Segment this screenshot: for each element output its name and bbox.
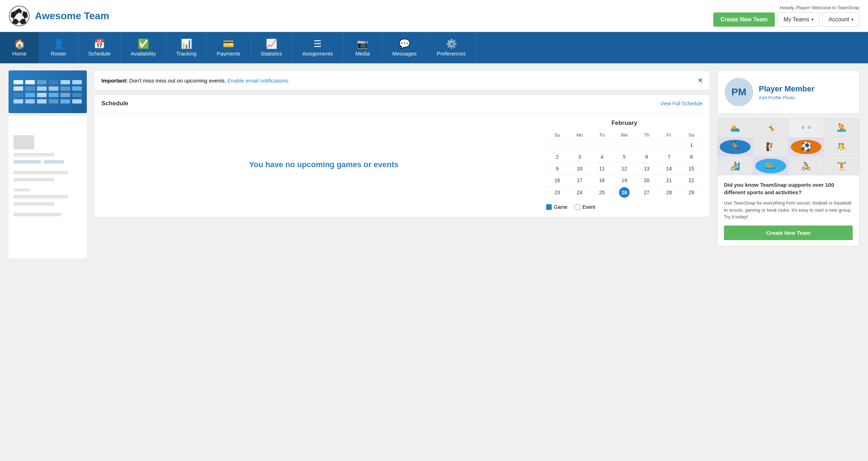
create-new-team-bottom-button[interactable]: Create New Team [724,226,853,240]
cal-day-14: 14 [658,163,680,175]
cal-day-20: 20 [635,175,658,186]
cal-day-empty [658,139,680,151]
header-buttons: Create New Team My Teams Account [713,12,859,27]
nav-item-messages[interactable]: 💬 Messages [382,32,427,63]
cal-header-mo: Mo [568,131,591,139]
center-content: Important: Don't miss miss out on upcomi… [94,70,710,258]
account-button[interactable]: Account [822,12,859,27]
nav-item-media[interactable]: 📷 Media [343,32,382,63]
cal-day-28: 28 [658,186,680,199]
create-new-team-button[interactable]: Create New Team [713,12,774,27]
sport-cell-3: ⚬⚬ [789,118,824,137]
sidebar [9,70,87,258]
sports-banner: 🏊 🤸 ⚬⚬ 🤽 🏃 🧗 ⚽ 🤼 🏄 🏊 🚴 🏋 [718,118,859,175]
cal-day-18: 18 [591,175,613,186]
sport-cell-circle-orange: ⚽ [791,140,822,154]
sidebar-line-5 [14,189,31,191]
sport-cell-2: 🤸 [753,118,788,137]
profile-info: Player Member Add Profile Photo [759,84,815,100]
profile-card: PM Player Member Add Profile Photo [717,70,859,114]
cal-day-3: 3 [568,151,591,163]
sports-description: Use TeamSnap for everything from soccer,… [724,200,853,221]
sidebar-line-2 [14,153,54,157]
cal-day-empty [546,139,568,151]
sport-cell-7: 🏄 [718,157,753,175]
schedule-card: Schedule View Full Schedule You have no … [94,95,710,217]
cal-week-4: 16 17 18 19 20 21 22 [546,175,703,186]
team-name: Awesome Team [35,10,109,22]
roster-icon: 👤 [53,39,64,48]
nav-label-payments: Payments [217,51,240,57]
cal-header-th: Th [635,131,658,139]
media-icon: 📷 [357,39,368,48]
header-right: Howdy, Player! Welcome to TeamSnap Creat… [713,5,859,27]
cal-day-27: 27 [635,186,658,199]
my-teams-button[interactable]: My Teams [778,12,820,27]
cal-day-26-today: 26 [613,186,636,199]
sport-cell-6: 🤼 [824,138,859,157]
nav-item-statistics[interactable]: 📈 Statistics [251,32,292,63]
cal-day-7: 7 [658,151,680,163]
cal-day-empty [591,139,613,151]
sports-promo-card: 🏊 🤸 ⚬⚬ 🤽 🏃 🧗 ⚽ 🤼 🏄 🏊 🚴 🏋 Did you know Te… [717,118,859,246]
profile-name: Player Member [759,84,815,94]
nav-item-schedule[interactable]: 📅 Schedule [78,32,121,63]
right-sidebar: PM Player Member Add Profile Photo 🏊 🤸 ⚬… [717,70,859,258]
schedule-body: You have no upcoming games or events Feb… [94,112,710,217]
avatar: PM [725,78,753,106]
nav-item-preferences[interactable]: ⚙️ Preferences [427,32,476,63]
cal-header-we: We [613,131,636,139]
nav-item-assignments[interactable]: ☰ Assignments [292,32,343,63]
sport-cell-circle-blue: 🏃 [720,140,751,154]
main-content: Important: Don't miss miss out on upcomi… [0,63,868,265]
nav-item-roster[interactable]: 👤 Roster [39,32,78,63]
nav-label-availability: Availability [131,51,156,57]
cal-day-empty [568,139,591,151]
howdy-text: Howdy, Player! Welcome to TeamSnap [780,5,859,10]
no-events-message: You have no upcoming games or events [101,120,546,210]
cal-day-19: 19 [613,175,636,186]
cal-day-1: 1 [680,139,703,151]
sport-cell-circle-blue2: 🏊 [755,159,786,173]
today-highlight: 26 [619,187,630,198]
cal-day-2: 2 [546,151,568,163]
sport-cell-1: 🏊 [718,118,753,137]
cal-week-2: 2 3 4 5 6 7 8 [546,151,703,163]
schedule-icon: 📅 [94,39,105,48]
cal-day-23: 23 [546,186,568,199]
cal-day-8: 8 [680,151,703,163]
cal-day-5: 5 [613,151,636,163]
nav-label-messages: Messages [392,51,417,57]
messages-icon: 💬 [399,39,410,48]
add-profile-photo-link[interactable]: Add Profile Photo [759,95,815,100]
nav-item-tracking[interactable]: 📊 Tracking [166,32,207,63]
legend-event-label: Event [582,204,595,210]
cal-week-5: 23 24 25 26 27 28 29 [546,186,703,199]
sports-content: Did you know TeamSnap supports over 100 … [718,175,859,246]
nav-label-schedule: Schedule [88,51,111,57]
logo-icon [9,5,30,27]
assignments-icon: ☰ [313,39,322,48]
nav-item-availability[interactable]: ✅ Availability [121,32,166,63]
alert-text: Important: Don't miss miss out on upcomi… [101,78,290,84]
cal-day-29: 29 [680,186,703,199]
legend-game-box [546,204,552,210]
sport-cell-8: 🚴 [789,157,824,175]
nav-item-home[interactable]: 🏠 Home [0,32,39,63]
cal-day-empty [613,139,636,151]
calendar-month: February [546,120,703,127]
sports-tagline: Did you know TeamSnap supports over 100 … [724,181,853,196]
preferences-icon: ⚙️ [446,39,457,48]
cal-header-fr: Fr [658,131,680,139]
cal-day-4: 4 [591,151,613,163]
legend-event: Event [575,204,595,210]
cal-day-16: 16 [546,175,568,186]
view-full-schedule-link[interactable]: View Full Schedule [660,101,703,106]
close-alert-button[interactable]: × [698,76,703,84]
alert-message: Don't miss miss out on upcoming events. [129,78,227,84]
cal-day-22: 22 [680,175,703,186]
cal-day-24: 24 [568,186,591,199]
enable-notifications-link[interactable]: Enable email notifications. [228,78,290,84]
sidebar-line-4 [14,178,54,181]
nav-item-payments[interactable]: 💳 Payments [207,32,251,63]
